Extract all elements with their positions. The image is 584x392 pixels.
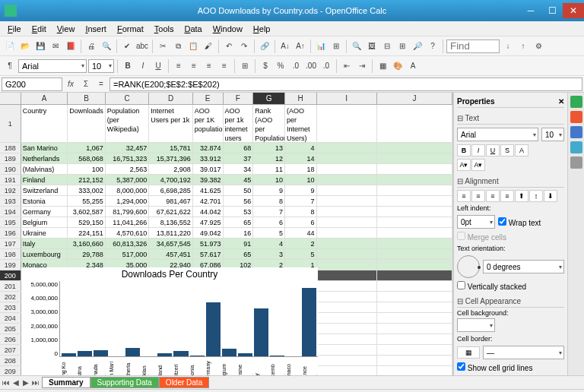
- redo-icon[interactable]: ↷: [237, 40, 251, 53]
- sheet-tab-summary[interactable]: Summary: [42, 377, 90, 388]
- props-align-justify-icon[interactable]: ≡: [500, 190, 514, 202]
- maximize-button[interactable]: ☐: [541, 3, 563, 18]
- menu-help[interactable]: Help: [249, 23, 275, 35]
- menu-edit[interactable]: Edit: [27, 23, 51, 35]
- formula-input[interactable]: [110, 77, 582, 91]
- find-prev-icon[interactable]: ↑: [516, 40, 530, 53]
- table-row[interactable]: 197Italy3,160,66060,813,32634,657,54551.…: [0, 239, 452, 249]
- fx-icon[interactable]: fx: [64, 77, 78, 91]
- find-icon[interactable]: 🔍: [350, 40, 363, 53]
- props-strike-icon[interactable]: S: [500, 144, 514, 156]
- props-highlight-icon[interactable]: A▾: [471, 159, 485, 171]
- tab-prev-icon[interactable]: ◀: [11, 378, 21, 387]
- save-icon[interactable]: 💾: [33, 40, 47, 53]
- tab-last-icon[interactable]: ⏭: [31, 378, 40, 387]
- sidebar-props-icon[interactable]: [570, 96, 582, 108]
- paste-icon[interactable]: 📋: [186, 40, 200, 53]
- align-justify-icon[interactable]: ≡: [217, 59, 231, 73]
- props-fontcolor-icon[interactable]: A▾: [457, 159, 471, 171]
- props-underline-icon[interactable]: U: [486, 144, 500, 156]
- currency-icon[interactable]: $: [259, 59, 272, 73]
- copy-icon[interactable]: ⧉: [171, 40, 185, 53]
- column-headers[interactable]: ABCDEFGHIJ: [0, 93, 452, 105]
- sidebar-fx-icon[interactable]: [570, 156, 582, 169]
- indent-dec-icon[interactable]: ⇤: [340, 59, 354, 73]
- props-close-icon[interactable]: ✕: [558, 97, 564, 106]
- undo-icon[interactable]: ↶: [222, 40, 236, 53]
- align-center-icon[interactable]: ≡: [187, 59, 201, 73]
- table-row[interactable]: 188San Marino1,06732,45715,78132.8746813…: [0, 143, 452, 153]
- props-align-left-icon[interactable]: ≡: [457, 190, 471, 202]
- menu-view[interactable]: View: [52, 23, 80, 35]
- chart-icon[interactable]: 📊: [314, 40, 328, 53]
- table-row[interactable]: 190(Malvinas)1002,5632,90839.017341118: [0, 164, 452, 175]
- font-name-combo[interactable]: Arial: [18, 59, 87, 73]
- datasrc-icon[interactable]: ⊟: [380, 40, 394, 53]
- col-header-H[interactable]: H: [285, 93, 317, 104]
- props-align-center-icon[interactable]: ≡: [471, 190, 485, 202]
- brush-icon[interactable]: 🖌: [202, 40, 215, 53]
- col-header-F[interactable]: F: [224, 93, 254, 104]
- close-button[interactable]: ✕: [563, 3, 584, 18]
- col-header-D[interactable]: D: [149, 93, 193, 104]
- headers-icon[interactable]: ⊞: [395, 40, 409, 53]
- find-next-icon[interactable]: ↓: [501, 40, 515, 53]
- cut-icon[interactable]: ✂: [156, 40, 170, 53]
- find-input[interactable]: [446, 40, 500, 53]
- gallery-icon[interactable]: 🖼: [365, 40, 379, 53]
- align-left-icon[interactable]: ≡: [172, 59, 186, 73]
- dec-del-icon[interactable]: .0: [319, 59, 333, 73]
- dec-add-icon[interactable]: .00: [304, 59, 318, 73]
- fontcolor-icon[interactable]: A: [406, 59, 420, 73]
- bg-color-combo[interactable]: [457, 318, 495, 332]
- col-header-J[interactable]: J: [377, 93, 452, 104]
- props-valign-top-icon[interactable]: ⬆: [515, 190, 528, 202]
- orientation-dial[interactable]: [457, 255, 480, 278]
- col-header-I[interactable]: I: [317, 93, 377, 104]
- sort-asc-icon[interactable]: A↓: [278, 40, 292, 53]
- open-icon[interactable]: 📂: [18, 40, 32, 53]
- align-right-icon[interactable]: ≡: [202, 59, 216, 73]
- table-row[interactable]: 195Belgium529,15011,041,2668,136,55247.9…: [0, 217, 452, 228]
- menu-tools[interactable]: Tools: [150, 23, 179, 35]
- sheet-tab-supporting[interactable]: Supporting Data: [90, 377, 159, 388]
- merge-icon[interactable]: ⊞: [238, 59, 252, 73]
- vstack-checkbox[interactable]: Vertically stacked: [457, 281, 526, 291]
- font-size-combo[interactable]: 10: [88, 59, 114, 73]
- props-italic-icon[interactable]: I: [471, 144, 485, 156]
- mail-icon[interactable]: ✉: [49, 40, 62, 53]
- sidebar-styles-icon[interactable]: [570, 111, 582, 123]
- indent-input[interactable]: 0pt: [457, 215, 495, 229]
- underline-icon[interactable]: U: [151, 59, 165, 73]
- border-line-combo[interactable]: —: [483, 346, 564, 359]
- gridlines-checkbox[interactable]: Show cell grid lines: [457, 362, 532, 372]
- sort-desc-icon[interactable]: A↑: [294, 40, 307, 53]
- table-row[interactable]: 198Luxembourg29,788517,000457,45157.6176…: [0, 249, 452, 260]
- styles-icon[interactable]: ¶: [3, 59, 17, 73]
- preview-icon[interactable]: 🔍: [100, 40, 113, 53]
- props-valign-bot-icon[interactable]: ⬇: [544, 190, 557, 202]
- zoom-icon[interactable]: 🔎: [411, 40, 424, 53]
- cell-reference-input[interactable]: [2, 77, 62, 91]
- spell-icon[interactable]: ✔: [120, 40, 134, 53]
- percent-icon[interactable]: %: [274, 59, 287, 73]
- minimize-button[interactable]: ─: [520, 3, 541, 18]
- table-row[interactable]: 189Netherlands568,06816,751,32315,371,39…: [0, 153, 452, 164]
- link-icon[interactable]: 🔗: [258, 40, 271, 53]
- col-header-C[interactable]: C: [106, 93, 150, 104]
- border-style-icon[interactable]: ▦: [457, 346, 480, 359]
- find-opt-icon[interactable]: ⚙: [532, 40, 545, 53]
- menu-insert[interactable]: Insert: [81, 23, 111, 35]
- alignment-section[interactable]: ⊟ Alignment: [457, 175, 564, 188]
- wrap-checkbox[interactable]: Wrap text: [498, 217, 541, 227]
- props-size-combo[interactable]: 10: [541, 128, 564, 141]
- tab-next-icon[interactable]: ▶: [21, 378, 30, 387]
- italic-icon[interactable]: I: [136, 59, 150, 73]
- props-font-combo[interactable]: Arial: [457, 128, 538, 141]
- help-icon[interactable]: ?: [426, 40, 440, 53]
- equals-icon[interactable]: =: [94, 77, 108, 91]
- embedded-chart[interactable]: Downloads Per Country 5,000,0004,000,000…: [21, 267, 318, 374]
- nav-icon[interactable]: ⊞: [329, 40, 343, 53]
- menu-file[interactable]: File: [3, 23, 26, 35]
- table-row[interactable]: 194Germany3,602,58781,799,60067,621,6224…: [0, 207, 452, 217]
